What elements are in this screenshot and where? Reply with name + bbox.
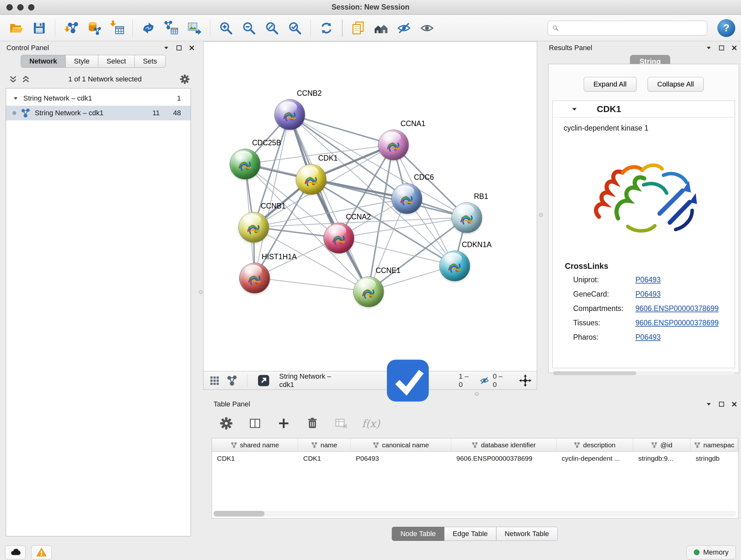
expand-all-button[interactable]: Expand All [584,77,636,91]
documents-icon [350,20,366,36]
float-panel-button[interactable] [175,44,183,52]
open-session-button[interactable] [6,17,27,39]
tab-network-table[interactable]: Network Table [496,527,557,541]
scrollbar-thumb[interactable] [213,511,265,516]
warnings-button[interactable] [31,545,52,559]
network-node-CDC6[interactable] [392,183,422,214]
tab-select[interactable]: Select [98,55,135,68]
memory-button[interactable]: Memory [686,545,736,559]
close-window-button[interactable] [6,4,13,10]
delete-column-button[interactable] [305,415,320,431]
close-panel-button[interactable] [730,400,738,408]
crosslink-link[interactable]: P06493 [635,275,661,284]
tab-edge-table[interactable]: Edge Table [444,527,496,541]
tab-network[interactable]: Network [21,55,66,68]
import-table-file-button[interactable] [106,17,127,39]
collapse-all-button[interactable]: Collapse All [648,77,704,91]
chevron-down-icon[interactable] [12,95,19,102]
tab-sets[interactable]: Sets [134,55,165,68]
column-header-canonical-name[interactable]: canonical name [351,438,451,451]
selected-checkbox-icon[interactable] [360,357,456,405]
add-column-button[interactable] [276,415,292,431]
hidden-eye-slash-icon[interactable] [479,375,489,386]
network-node-CCNE1[interactable] [353,276,384,307]
function-builder-button[interactable]: f(x) [362,417,380,430]
grid-view-icon[interactable] [209,375,220,386]
save-session-button[interactable] [29,17,50,39]
network-node-RB1[interactable] [452,202,482,233]
splitter-handle[interactable] [539,213,543,217]
gene-section-header[interactable]: CDK1 [553,101,735,118]
network-collection-row[interactable]: String Network – cdk1 1 [6,91,191,106]
welcome-screen-button[interactable] [370,17,392,39]
table-row[interactable]: CDK1 CDK1 P06493 9606.ENSP00000378699 cy… [212,452,738,465]
splitter-handle[interactable] [199,290,203,294]
crosslink-link[interactable]: 9606.ENSP00000378699 [635,319,719,327]
column-header-description[interactable]: description [556,438,633,451]
minimize-window-button[interactable] [17,4,23,10]
network-node-CCNA2[interactable] [324,223,354,253]
splitter-handle[interactable] [475,392,479,396]
detach-view-icon[interactable] [257,374,270,387]
zoom-out-button[interactable] [239,17,259,39]
float-panel-button[interactable] [718,44,726,52]
show-details-button[interactable] [416,17,437,39]
help-button[interactable]: ? [718,19,735,37]
gear-icon[interactable] [179,74,190,84]
network-node-CDK1[interactable] [296,164,327,195]
chevron-down-icon[interactable] [570,105,578,113]
crosslink-label: Compartments: [573,304,635,313]
show-columns-button[interactable] [247,415,263,431]
network-node-CCNB2[interactable] [274,99,305,130]
search-input[interactable] [562,24,703,32]
network-node-HIST1H1A[interactable] [239,263,270,294]
tab-node-table[interactable]: Node Table [392,527,445,541]
zoom-window-button[interactable] [28,4,35,10]
crosslink-link[interactable]: P06493 [635,290,661,299]
new-network-button[interactable] [138,17,159,39]
column-header-name[interactable]: name [298,438,351,451]
float-panel-button[interactable] [718,400,726,408]
column-header-namespace[interactable]: namespac [690,438,738,451]
network-node-CCNA1[interactable] [378,130,409,160]
crosslink-link[interactable]: 9606.ENSP00000378699 [635,304,719,313]
network-from-table-button[interactable] [161,17,182,39]
cloud-status-button[interactable] [5,545,25,559]
apply-layout-button[interactable] [316,17,337,39]
network-canvas[interactable]: CCNB2CCNA1CDC25BCDK1CDC6RB1CCNB1CCNA2CDK… [203,42,537,371]
copy-document-button[interactable] [347,17,368,39]
network-row-selected[interactable]: String Network – cdk1 11 48 [6,106,191,120]
network-node-CCNB1[interactable] [239,212,269,243]
network-node-CDC25B[interactable] [230,149,260,179]
close-panel-button[interactable] [730,44,738,52]
crosslink-link[interactable]: P06493 [635,333,661,341]
zoom-in-button[interactable] [215,17,237,39]
table-settings-button[interactable] [218,415,234,431]
collapse-panel-button[interactable] [704,44,713,52]
zoom-fit-button[interactable] [261,17,282,39]
memory-label: Memory [703,548,729,557]
delete-table-button[interactable] [333,415,349,431]
hide-details-button[interactable] [394,17,414,39]
network-view-icon[interactable] [226,375,238,386]
expand-all-icon[interactable] [8,74,18,84]
import-network-database-button[interactable] [83,17,105,39]
column-header-id[interactable]: @id [633,438,690,451]
column-header-shared-name[interactable]: shared name [212,438,298,451]
close-panel-button[interactable] [188,44,196,52]
table-horizontal-scrollbar[interactable] [213,511,737,516]
export-image-button[interactable] [184,17,205,39]
tab-style[interactable]: Style [65,55,98,68]
results-horizontal-scrollbar[interactable] [553,371,734,375]
collapse-panel-button[interactable] [162,44,171,52]
crosshair-icon[interactable] [519,374,532,387]
control-panel-tabs: Network Style Select Sets [21,55,165,68]
network-node-CDKN1A[interactable] [440,251,470,281]
collapse-all-icon[interactable] [21,74,30,84]
collapse-panel-button[interactable] [704,400,713,408]
zoom-selected-button[interactable] [284,17,306,39]
column-header-database-identifier[interactable]: database identifier [451,438,556,451]
import-network-file-button[interactable] [60,17,81,39]
gear-icon [219,416,233,430]
search-field[interactable] [548,21,707,36]
